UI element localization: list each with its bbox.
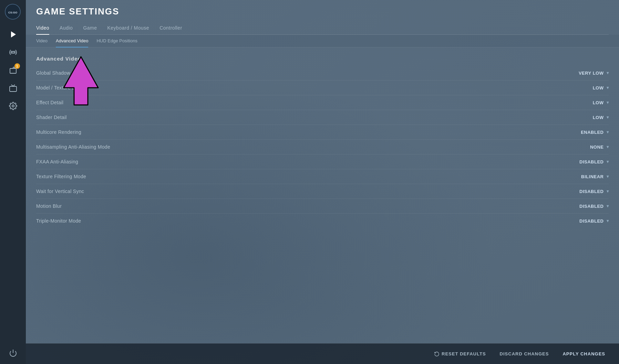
inventory-icon[interactable]: 1	[6, 63, 21, 78]
value-vsync[interactable]: DISABLED ▾	[554, 189, 609, 194]
discard-changes-button[interactable]: DISCARD CHANGES	[496, 349, 553, 358]
setting-msaa-mode: Multisampling Anti-Aliasing Mode NONE ▾	[36, 140, 609, 154]
value-global-shadow-quality[interactable]: VERY LOW ▾	[554, 71, 609, 76]
reset-icon	[434, 351, 440, 357]
chevron-shader-detail: ▾	[607, 115, 609, 120]
subtab-hud-edge[interactable]: HUD Edge Positions	[96, 35, 137, 47]
setting-multicore-rendering: Multicore Rendering ENABLED ▾	[36, 125, 609, 140]
top-tabs: Video Audio Game Keyboard / Mouse Contro…	[36, 22, 609, 35]
svg-marker-2	[11, 31, 16, 38]
svg-point-6	[12, 105, 14, 107]
label-triple-monitor: Triple-Monitor Mode	[36, 218, 81, 224]
csgo-logo[interactable]: CS:GO	[4, 3, 22, 21]
setting-vsync: Wait for Vertical Sync DISABLED ▾	[36, 184, 609, 199]
chevron-texture-filtering: ▾	[607, 174, 609, 179]
label-msaa-mode: Multisampling Anti-Aliasing Mode	[36, 144, 110, 150]
label-motion-blur: Motion Blur	[36, 203, 62, 209]
power-icon[interactable]	[6, 345, 21, 361]
value-shader-detail[interactable]: LOW ▾	[554, 115, 609, 120]
svg-text:CS:GO: CS:GO	[8, 11, 17, 14]
sub-tabs: Video Advanced Video HUD Edge Positions	[26, 35, 619, 47]
svg-rect-4	[10, 68, 16, 73]
settings-icon[interactable]	[6, 98, 21, 114]
tv-icon[interactable]	[6, 81, 21, 96]
chevron-msaa-mode: ▾	[607, 144, 609, 149]
chevron-motion-blur: ▾	[607, 204, 609, 208]
setting-global-shadow-quality: Global Shadow Quality VERY LOW ▾	[36, 66, 609, 81]
label-texture-filtering: Texture Filtering Mode	[36, 174, 86, 179]
chevron-multicore-rendering: ▾	[607, 130, 609, 135]
value-effect-detail[interactable]: LOW ▾	[554, 100, 609, 105]
setting-texture-filtering: Texture Filtering Mode BILINEAR ▾	[36, 169, 609, 184]
play-icon[interactable]	[6, 27, 21, 42]
header: GAME SETTINGS Video Audio Game Keyboard …	[26, 0, 619, 35]
bottom-bar: RESET DEFAULTS DISCARD CHANGES APPLY CHA…	[26, 343, 619, 364]
chevron-effect-detail: ▾	[607, 100, 609, 105]
label-fxaa: FXAA Anti-Aliasing	[36, 159, 78, 164]
inventory-badge: 1	[14, 63, 20, 69]
setting-motion-blur: Motion Blur DISABLED ▾	[36, 199, 609, 214]
content-area: Advanced Video Global Shadow Quality VER…	[26, 47, 619, 364]
setting-model-texture-detail: Model / Texture Detail LOW ▾	[36, 81, 609, 95]
chevron-vsync: ▾	[607, 189, 609, 194]
page-title: GAME SETTINGS	[36, 6, 609, 17]
chevron-global-shadow-quality: ▾	[607, 71, 609, 75]
tab-controller[interactable]: Controller	[159, 22, 182, 35]
broadcast-icon[interactable]	[6, 45, 21, 60]
setting-fxaa: FXAA Anti-Aliasing DISABLED ▾	[36, 154, 609, 169]
tab-keyboard-mouse[interactable]: Keyboard / Mouse	[107, 22, 149, 35]
reset-defaults-button[interactable]: RESET DEFAULTS	[431, 349, 489, 359]
label-multicore-rendering: Multicore Rendering	[36, 129, 81, 135]
value-motion-blur[interactable]: DISABLED ▾	[554, 204, 609, 209]
chevron-fxaa: ▾	[607, 159, 609, 164]
label-vsync: Wait for Vertical Sync	[36, 189, 84, 194]
chevron-triple-monitor: ▾	[607, 218, 609, 223]
chevron-model-texture-detail: ▾	[607, 85, 609, 90]
value-triple-monitor[interactable]: DISABLED ▾	[554, 218, 609, 224]
value-model-texture-detail[interactable]: LOW ▾	[554, 85, 609, 90]
main-content: GAME SETTINGS Video Audio Game Keyboard …	[26, 0, 619, 364]
tab-video[interactable]: Video	[36, 22, 49, 35]
label-global-shadow-quality: Global Shadow Quality	[36, 70, 87, 76]
tab-game[interactable]: Game	[83, 22, 97, 35]
value-texture-filtering[interactable]: BILINEAR ▾	[554, 174, 609, 179]
label-model-texture-detail: Model / Texture Detail	[36, 85, 85, 90]
value-msaa-mode[interactable]: NONE ▾	[554, 144, 609, 150]
svg-rect-5	[10, 86, 17, 92]
value-fxaa[interactable]: DISABLED ▾	[554, 159, 609, 164]
label-shader-detail: Shader Detail	[36, 115, 67, 120]
apply-changes-button[interactable]: APPLY CHANGES	[559, 349, 609, 358]
setting-triple-monitor: Triple-Monitor Mode DISABLED ▾	[36, 214, 609, 228]
svg-point-3	[12, 51, 14, 53]
tab-audio[interactable]: Audio	[60, 22, 73, 35]
label-effect-detail: Effect Detail	[36, 100, 63, 105]
setting-effect-detail: Effect Detail LOW ▾	[36, 95, 609, 110]
section-heading: Advanced Video	[36, 54, 609, 62]
sidebar: CS:GO 1	[0, 0, 26, 364]
setting-shader-detail: Shader Detail LOW ▾	[36, 110, 609, 125]
subtab-video[interactable]: Video	[36, 35, 48, 47]
subtab-advanced-video[interactable]: Advanced Video	[56, 35, 88, 47]
value-multicore-rendering[interactable]: ENABLED ▾	[554, 130, 609, 135]
